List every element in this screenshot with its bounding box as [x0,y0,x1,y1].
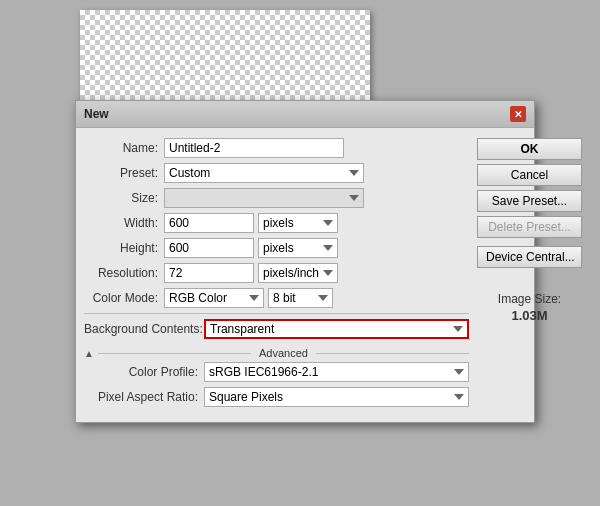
width-unit-select[interactable]: pixels inches cm [258,213,338,233]
preset-select[interactable]: Custom Default Photoshop Size U.S. Paper… [164,163,364,183]
advanced-toggle[interactable]: ▲ Advanced [84,344,469,362]
pixelaspect-select[interactable]: Square Pixels D1/DV NTSC (0.91) D1/DV PA… [204,387,469,407]
colorprofile-label: Color Profile: [84,365,204,379]
dialog-title: New [84,107,109,121]
size-select[interactable] [164,188,364,208]
divider-1 [84,313,469,314]
new-dialog: New ✕ Name: Preset: Custom Default Photo… [75,100,535,423]
colormode-label: Color Mode: [84,291,164,305]
height-input[interactable] [164,238,254,258]
resolution-input[interactable] [164,263,254,283]
dialog-form: Name: Preset: Custom Default Photoshop S… [84,138,477,412]
pixelaspect-row: Pixel Aspect Ratio: Square Pixels D1/DV … [84,387,469,407]
dialog-actions: OK Cancel Save Preset... Delete Preset..… [477,138,582,412]
cancel-button[interactable]: Cancel [477,164,582,186]
preset-row: Preset: Custom Default Photoshop Size U.… [84,163,469,183]
image-size-value: 1.03M [477,308,582,323]
bitdepth-select[interactable]: 8 bit 16 bit 32 bit [268,288,333,308]
dialog-titlebar: New ✕ [76,101,534,128]
pixelaspect-label: Pixel Aspect Ratio: [84,390,204,404]
width-label: Width: [84,216,164,230]
colormode-select[interactable]: Bitmap Grayscale RGB Color CMYK Color La… [164,288,264,308]
resolution-unit-select[interactable]: pixels/inch pixels/cm [258,263,338,283]
image-size-section: Image Size: 1.03M [477,282,582,323]
name-input[interactable] [164,138,344,158]
close-button[interactable]: ✕ [510,106,526,122]
advanced-arrow-icon: ▲ [84,348,94,359]
advanced-line-left [98,353,251,354]
height-unit-select[interactable]: pixels inches cm [258,238,338,258]
ok-button[interactable]: OK [477,138,582,160]
colorprofile-select[interactable]: sRGB IEC61966-2.1 Adobe RGB (1998) ProPh… [204,362,469,382]
device-central-button[interactable]: Device Central... [477,246,582,268]
size-label: Size: [84,191,164,205]
size-row: Size: [84,188,469,208]
preset-label: Preset: [84,166,164,180]
width-row: Width: pixels inches cm [84,213,469,233]
delete-preset-button[interactable]: Delete Preset... [477,216,582,238]
advanced-label: Advanced [255,347,312,359]
colorprofile-row: Color Profile: sRGB IEC61966-2.1 Adobe R… [84,362,469,382]
advanced-section: ▲ Advanced Color Profile: sRGB IEC61966-… [84,344,469,407]
height-row: Height: pixels inches cm [84,238,469,258]
colormode-row: Color Mode: Bitmap Grayscale RGB Color C… [84,288,469,308]
name-label: Name: [84,141,164,155]
bg-select[interactable]: Transparent White Background Color [204,319,469,339]
resolution-row: Resolution: pixels/inch pixels/cm [84,263,469,283]
height-label: Height: [84,241,164,255]
dialog-body: Name: Preset: Custom Default Photoshop S… [76,128,534,422]
width-input[interactable] [164,213,254,233]
image-size-label: Image Size: [477,292,582,306]
bg-label: Background Contents: [84,322,204,336]
bg-row: Background Contents: Transparent White B… [84,319,469,339]
resolution-label: Resolution: [84,266,164,280]
save-preset-button[interactable]: Save Preset... [477,190,582,212]
name-row: Name: [84,138,469,158]
advanced-line-right [316,353,469,354]
